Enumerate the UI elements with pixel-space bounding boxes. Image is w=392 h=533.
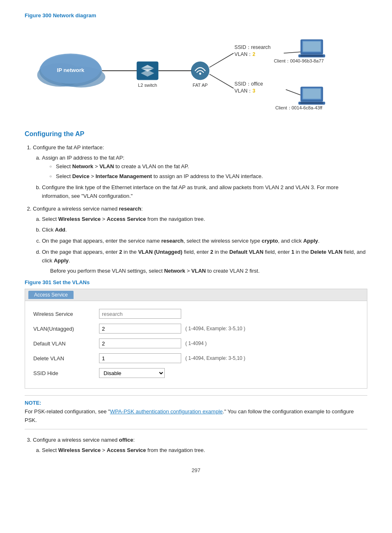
step-1a-text: Assign an IP address to the fat AP: xyxy=(42,155,125,161)
page-number: 297 xyxy=(25,467,367,473)
svg-point-13 xyxy=(199,73,201,75)
step-1: Configure the fat AP interface: Assign a… xyxy=(33,144,367,201)
svg-text:IP network: IP network xyxy=(57,67,85,73)
delete-vlan-input-area: ( 1-4094, Example: 3-5,10 ) xyxy=(99,353,245,363)
network-diagram: IP network L2 switch FAT AP SSID：researc… xyxy=(25,23,367,118)
step-3-text: Configure a wireless service named offic… xyxy=(33,437,135,443)
svg-text:L2 switch: L2 switch xyxy=(138,83,157,88)
vlan-untagged-input-area: ( 1-4094, Example: 3-5,10 ) xyxy=(99,324,245,334)
delete-vlan-label: Delete VLAN xyxy=(33,355,99,362)
delete-vlan-row: Delete VLAN ( 1-4094, Example: 3-5,10 ) xyxy=(33,352,359,364)
bullet-1: Select Network > VLAN to create a VLAN o… xyxy=(49,162,367,171)
step-2-substeps: Select Wireless Service > Access Service… xyxy=(33,215,367,276)
default-vlan-input[interactable] xyxy=(99,338,181,348)
wireless-service-input-area xyxy=(99,309,181,319)
form-tab-bar: Access Service xyxy=(25,289,367,301)
note-block: NOTE: For PSK-related configuration, see… xyxy=(25,395,367,429)
step-2b: Click Add. xyxy=(42,226,367,234)
section-heading: Configuring the AP xyxy=(25,130,367,138)
step-1b: Configure the link type of the Ethernet … xyxy=(42,183,367,201)
svg-text:VLAN：3: VLAN：3 xyxy=(235,88,256,94)
svg-text:SSID：research: SSID：research xyxy=(235,44,271,50)
svg-text:Client：0040-96b3-8a77: Client：0040-96b3-8a77 xyxy=(274,58,324,63)
step-1a: Assign an IP address to the fat AP: Sele… xyxy=(42,154,367,181)
step-3-substeps: Select Wireless Service > Access Service… xyxy=(33,446,367,455)
main-steps-list: Configure the fat AP interface: Assign a… xyxy=(25,144,367,275)
step-2-text: Configure a wireless service named resea… xyxy=(33,206,143,212)
wireless-service-row: Wireless Service xyxy=(33,308,359,320)
svg-line-26 xyxy=(284,52,301,53)
note-link[interactable]: WPA-PSK authentication configuration exa… xyxy=(110,408,223,415)
svg-line-16 xyxy=(210,74,234,88)
svg-rect-25 xyxy=(300,55,323,56)
step-2d: On the page that appears, enter 2 in the… xyxy=(42,248,367,275)
figure-300-caption: Figure 300 Network diagram xyxy=(25,12,367,19)
delete-vlan-input[interactable] xyxy=(99,353,181,363)
svg-rect-23 xyxy=(303,42,321,51)
wireless-service-label: Wireless Service xyxy=(33,311,99,317)
step-3-list: Configure a wireless service named offic… xyxy=(25,436,367,455)
step-1-substeps: Assign an IP address to the fat AP: Sele… xyxy=(33,154,367,201)
default-vlan-row: Default VLAN ( 1-4094 ) xyxy=(33,337,359,350)
default-vlan-hint: ( 1-4094 ) xyxy=(185,341,207,346)
svg-text:Client：0014-6c8a-43ff: Client：0014-6c8a-43ff xyxy=(275,105,323,110)
note-text-before: For PSK-related configuration, see " xyxy=(25,408,110,415)
step-2c: On the page that appears, enter the serv… xyxy=(42,237,367,246)
vlan-untagged-hint: ( 1-4094, Example: 3-5,10 ) xyxy=(185,326,245,331)
vlan-untagged-row: VLAN(Untagged) ( 1-4094, Example: 3-5,10… xyxy=(33,322,359,335)
svg-rect-30 xyxy=(303,89,321,99)
svg-text:SSID：office: SSID：office xyxy=(235,81,263,87)
step-2: Configure a wireless service named resea… xyxy=(33,205,367,276)
figure-301-caption: Figure 301 Set the VLANs xyxy=(25,279,367,285)
svg-text:FAT AP: FAT AP xyxy=(193,83,208,88)
form-container: Access Service Wireless Service VLAN(Unt… xyxy=(25,289,367,389)
svg-rect-32 xyxy=(300,102,323,104)
svg-text:VLAN：2: VLAN：2 xyxy=(235,51,256,57)
wireless-service-input[interactable] xyxy=(99,309,181,319)
ssid-hide-row: SSID Hide Disable Enable xyxy=(33,367,359,379)
vlan-untagged-label: VLAN(Untagged) xyxy=(33,326,99,332)
vlan-untagged-input[interactable] xyxy=(99,324,181,334)
default-vlan-label: Default VLAN xyxy=(33,341,99,347)
step-3a: Select Wireless Service > Access Service… xyxy=(42,446,367,455)
step-2a: Select Wireless Service > Access Service… xyxy=(42,215,367,224)
access-service-tab[interactable]: Access Service xyxy=(28,291,74,299)
bullet-2: Select Device > Interface Management to … xyxy=(49,172,367,181)
step-1-text: Configure the fat AP interface: xyxy=(33,144,104,151)
form-body: Wireless Service VLAN(Untagged) ( 1-4094… xyxy=(25,301,367,388)
svg-line-15 xyxy=(210,53,234,67)
svg-line-33 xyxy=(286,90,301,95)
ssid-hide-label: SSID Hide xyxy=(33,370,99,376)
ssid-hide-select[interactable]: Disable Enable xyxy=(99,368,165,378)
step-3: Configure a wireless service named offic… xyxy=(33,436,367,455)
default-vlan-input-area: ( 1-4094 ) xyxy=(99,338,207,348)
note-text: For PSK-related configuration, see "WPA-… xyxy=(25,408,367,425)
delete-vlan-hint: ( 1-4094, Example: 3-5,10 ) xyxy=(185,355,245,361)
step-1a-bullets: Select Network > VLAN to create a VLAN o… xyxy=(42,162,367,181)
note-label: NOTE: xyxy=(25,400,367,406)
vlan-note: Before you perform these VLAN settings, … xyxy=(50,267,367,276)
ssid-hide-input-area: Disable Enable xyxy=(99,368,165,378)
